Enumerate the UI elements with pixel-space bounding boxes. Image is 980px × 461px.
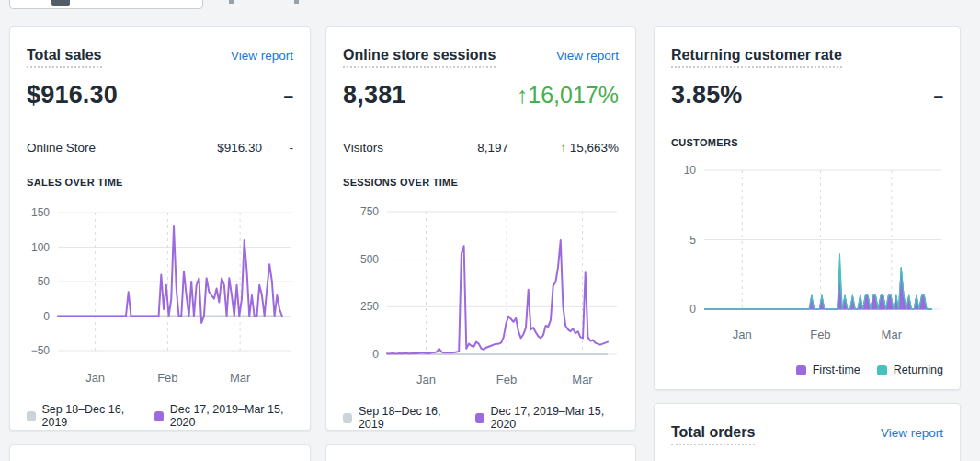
view-report-link[interactable]: View report bbox=[881, 426, 943, 440]
customers-label: CUSTOMERS bbox=[671, 137, 943, 148]
date-range-picker-partial[interactable] bbox=[9, 0, 203, 9]
legend-label: Dec 17, 2019–Mar 15, 2020 bbox=[491, 405, 619, 431]
svg-text:−50: −50 bbox=[31, 344, 51, 357]
cropped-control-fragment bbox=[294, 0, 299, 4]
sessions-change-value: 16,017% bbox=[528, 82, 619, 108]
legend-label: Sep 18–Dec 16, 2019 bbox=[359, 405, 459, 431]
svg-text:Mar: Mar bbox=[882, 328, 903, 341]
legend-current-period[interactable]: Dec 17, 2019–Mar 15, 2020 bbox=[475, 405, 619, 431]
calendar-icon bbox=[51, 0, 70, 6]
visitors-row: Visitors 8,197 ↑ 15,663% bbox=[343, 141, 619, 155]
legend-label: Dec 17, 2019–Mar 15, 2020 bbox=[170, 403, 293, 429]
sessions-over-time-label: SESSIONS OVER TIME bbox=[343, 177, 619, 188]
cropped-control-fragment bbox=[229, 0, 234, 4]
svg-text:750: 750 bbox=[360, 205, 379, 218]
svg-text:Mar: Mar bbox=[572, 373, 593, 386]
customers-chart[interactable]: 1050JanFebMar bbox=[671, 156, 945, 347]
svg-text:10: 10 bbox=[684, 164, 697, 177]
svg-text:0: 0 bbox=[43, 310, 50, 323]
legend-previous-period[interactable]: Sep 18–Dec 16, 2019 bbox=[343, 405, 459, 431]
legend-label: First-time bbox=[813, 363, 860, 376]
up-arrow-icon: ↑ bbox=[517, 82, 529, 108]
svg-text:Feb: Feb bbox=[496, 373, 517, 386]
legend-swatch bbox=[877, 365, 887, 375]
partial-card bbox=[325, 444, 636, 461]
returning-rate-title[interactable]: Returning customer rate bbox=[671, 47, 842, 68]
legend-swatch bbox=[154, 411, 164, 421]
online-store-sessions-card: Online store sessions View report 8,381 … bbox=[325, 26, 636, 431]
legend-returning[interactable]: Returning bbox=[877, 363, 943, 376]
legend-previous-period[interactable]: Sep 18–Dec 16, 2019 bbox=[27, 403, 138, 429]
svg-text:100: 100 bbox=[31, 241, 50, 254]
partial-card bbox=[9, 444, 311, 461]
visitors-change: ↑ 15,663% bbox=[508, 141, 619, 155]
legend-swatch bbox=[796, 365, 806, 375]
svg-text:0: 0 bbox=[372, 348, 379, 361]
legend-current-period[interactable]: Dec 17, 2019–Mar 15, 2020 bbox=[154, 403, 293, 429]
legend-swatch bbox=[475, 413, 484, 423]
visitors-label: Visitors bbox=[343, 141, 435, 155]
channel-change: - bbox=[262, 141, 293, 155]
visitors-change-value: 15,663% bbox=[570, 141, 619, 155]
svg-text:250: 250 bbox=[360, 300, 379, 313]
sessions-change: ↑16,017% bbox=[517, 82, 619, 109]
svg-text:0: 0 bbox=[689, 303, 696, 316]
chart-legend: First-time Returning bbox=[671, 363, 943, 376]
view-report-link[interactable]: View report bbox=[556, 49, 619, 63]
total-sales-card: Total sales View report $916.30 – Online… bbox=[9, 26, 311, 431]
legend-swatch bbox=[27, 411, 36, 421]
sales-over-time-label: SALES OVER TIME bbox=[27, 177, 293, 188]
svg-text:Mar: Mar bbox=[230, 371, 251, 385]
legend-swatch bbox=[343, 413, 352, 423]
sales-over-time-chart[interactable]: 150100500−50JanFebMar bbox=[27, 195, 295, 390]
sessions-over-time-chart[interactable]: 7505002500JanFebMar bbox=[343, 195, 621, 392]
svg-text:Jan: Jan bbox=[416, 373, 436, 386]
legend-label: Returning bbox=[894, 363, 943, 376]
channel-row: Online Store $916.30 - bbox=[27, 141, 293, 155]
svg-text:50: 50 bbox=[38, 275, 51, 288]
svg-text:150: 150 bbox=[31, 206, 50, 219]
returning-rate-value: 3.85% bbox=[671, 81, 743, 109]
view-report-link[interactable]: View report bbox=[231, 49, 293, 63]
svg-text:Feb: Feb bbox=[810, 328, 830, 341]
channel-value: $916.30 bbox=[198, 141, 262, 155]
svg-text:Jan: Jan bbox=[733, 328, 752, 341]
total-sales-title[interactable]: Total sales bbox=[27, 47, 102, 68]
returning-customer-rate-card: Returning customer rate 3.85% – CUSTOMER… bbox=[654, 26, 961, 390]
total-sales-value: $916.30 bbox=[27, 81, 118, 109]
channel-label: Online Store bbox=[27, 141, 198, 155]
visitors-value: 8,197 bbox=[435, 141, 508, 155]
sessions-value: 8,381 bbox=[343, 81, 406, 109]
sessions-title[interactable]: Online store sessions bbox=[343, 47, 496, 68]
svg-text:500: 500 bbox=[360, 253, 379, 266]
svg-text:5: 5 bbox=[689, 234, 696, 247]
total-orders-title[interactable]: Total orders bbox=[671, 424, 755, 445]
up-arrow-icon: ↑ bbox=[560, 141, 566, 155]
change-indicator: – bbox=[933, 86, 943, 106]
svg-text:Jan: Jan bbox=[85, 371, 105, 385]
total-orders-card: Total orders View report 36 bbox=[654, 403, 961, 461]
change-indicator: – bbox=[283, 86, 293, 106]
chart-legend: Sep 18–Dec 16, 2019 Dec 17, 2019–Mar 15,… bbox=[343, 405, 619, 431]
chart-legend: Sep 18–Dec 16, 2019 Dec 17, 2019–Mar 15,… bbox=[27, 403, 293, 429]
legend-label: Sep 18–Dec 16, 2019 bbox=[42, 403, 139, 429]
svg-text:Feb: Feb bbox=[157, 371, 177, 385]
legend-first-time[interactable]: First-time bbox=[796, 363, 860, 376]
